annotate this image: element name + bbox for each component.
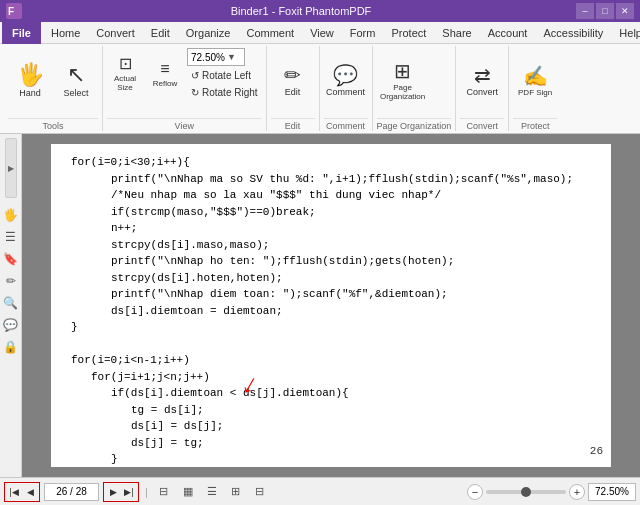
protect-group-label: Protect bbox=[513, 118, 557, 131]
rotate-left-button[interactable]: ↺ Rotate Left bbox=[187, 68, 262, 83]
status-bar: |◀ ◀ ▶ ▶| | ⊟ ▦ ☰ ⊞ ⊟ − + 72.50% bbox=[0, 477, 640, 505]
hand-icon: 🖐 bbox=[17, 64, 44, 86]
window-controls: – □ ✕ bbox=[576, 3, 634, 19]
protect-group: ✍ PDF Sign Protect bbox=[509, 46, 561, 131]
share-menu[interactable]: Share bbox=[434, 22, 479, 44]
help-menu[interactable]: Help bbox=[611, 22, 640, 44]
svg-text:F: F bbox=[8, 6, 14, 17]
pdf-sign-label: PDF Sign bbox=[518, 88, 552, 97]
select-label: Select bbox=[63, 88, 88, 98]
next-page-button[interactable]: ▶ bbox=[105, 484, 121, 500]
convert-icon: ⇄ bbox=[474, 65, 491, 85]
single-page-icon[interactable]: ⊟ bbox=[154, 483, 174, 501]
view-label: View bbox=[107, 118, 262, 131]
view-menu[interactable]: View bbox=[302, 22, 342, 44]
page-org-label: Page Organization bbox=[379, 83, 427, 101]
convert-buttons: ⇄ Convert bbox=[460, 46, 504, 116]
convert-group: ⇄ Convert Convert bbox=[456, 46, 509, 131]
view-buttons: ⊡ Actual Size ≡ Reflow 72.50% ▼ ↺ bbox=[107, 46, 262, 116]
zoom-out-button[interactable]: − bbox=[467, 484, 483, 500]
zoom-col: 72.50% ▼ ↺ Rotate Left ↻ Rotate Right bbox=[187, 48, 262, 100]
code-line-12: for(i=0;i<n-1;i++) bbox=[71, 352, 591, 369]
page-input[interactable] bbox=[44, 483, 99, 501]
select-icon: ↖ bbox=[67, 64, 85, 86]
zoom-slider-thumb[interactable] bbox=[521, 487, 531, 497]
continuous-icon[interactable]: ☰ bbox=[202, 483, 222, 501]
zoom-value: 72.50% bbox=[191, 52, 225, 63]
sidebar-hand-btn[interactable]: 🖐 bbox=[2, 206, 20, 224]
file-menu[interactable]: File bbox=[2, 22, 41, 44]
edit-icon: ✏ bbox=[284, 65, 301, 85]
zoom-slider[interactable] bbox=[486, 490, 566, 494]
edit-group: ✏ Edit Edit bbox=[267, 46, 320, 131]
view-group: ⊡ Actual Size ≡ Reflow 72.50% ▼ ↺ bbox=[103, 46, 267, 131]
sidebar-comment-btn[interactable]: 💬 bbox=[2, 316, 20, 334]
hand-label: Hand bbox=[19, 88, 41, 98]
accessibility-menu[interactable]: Accessibility bbox=[535, 22, 611, 44]
page-org-button[interactable]: ⊞ Page Organization bbox=[377, 50, 429, 112]
prev-page-button[interactable]: ◀ bbox=[22, 484, 38, 500]
zoom-spinner[interactable]: ▼ bbox=[227, 52, 236, 62]
comment-button[interactable]: 💬 Comment bbox=[324, 50, 368, 112]
fit-width-icon[interactable]: ⊞ bbox=[226, 483, 246, 501]
actual-size-label: Actual Size bbox=[109, 74, 141, 92]
rotate-left-icon: ↺ bbox=[191, 70, 199, 81]
code-line-14: if(ds[i].diemtoan < ds[j].diemtoan){ bbox=[71, 385, 591, 402]
tools-label: Tools bbox=[8, 118, 98, 131]
code-line-2: printf("\nNhap ma so SV thu %d: ",i+1);f… bbox=[71, 171, 591, 188]
minimize-button[interactable]: – bbox=[576, 3, 594, 19]
sidebar-search-btn[interactable]: 🔍 bbox=[2, 294, 20, 312]
protect-menu[interactable]: Protect bbox=[383, 22, 434, 44]
thumbnail-icon[interactable]: ⊟ bbox=[250, 483, 270, 501]
hand-button[interactable]: 🖐 Hand bbox=[8, 50, 52, 112]
comment-label: Comment bbox=[326, 87, 365, 97]
actual-size-button[interactable]: ⊡ Actual Size bbox=[107, 49, 143, 99]
rotate-left-label: Rotate Left bbox=[202, 70, 251, 81]
code-line-4: if(strcmp(maso,"$$$")==0)break; bbox=[71, 204, 591, 221]
sidebar-pages-btn[interactable]: ☰ bbox=[2, 228, 20, 246]
actual-size-icon: ⊡ bbox=[119, 56, 132, 72]
code-line-17: ds[j] = tg; bbox=[71, 435, 591, 452]
sidebar-expand[interactable]: ▶ bbox=[5, 138, 17, 198]
reflow-label: Reflow bbox=[153, 79, 177, 88]
code-line-6: strcpy(ds[i].maso,maso); bbox=[71, 237, 591, 254]
rotate-right-button[interactable]: ↻ Rotate Right bbox=[187, 85, 262, 100]
code-line-9: printf("\nNhap diem toan: ");scanf("%f",… bbox=[71, 286, 591, 303]
code-line-11: } bbox=[71, 319, 591, 336]
select-button[interactable]: ↖ Select bbox=[54, 50, 98, 112]
organize-menu[interactable]: Organize bbox=[178, 22, 239, 44]
sidebar-lock-btn[interactable]: 🔒 bbox=[2, 338, 20, 356]
home-menu[interactable]: Home bbox=[43, 22, 88, 44]
edit-button[interactable]: ✏ Edit bbox=[271, 50, 315, 112]
comment-menu[interactable]: Comment bbox=[238, 22, 302, 44]
close-button[interactable]: ✕ bbox=[616, 3, 634, 19]
tools-group: 🖐 Hand ↖ Select Tools bbox=[4, 46, 103, 131]
convert-button[interactable]: ⇄ Convert bbox=[460, 50, 504, 112]
zoom-box: 72.50% ▼ bbox=[187, 48, 245, 66]
maximize-button[interactable]: □ bbox=[596, 3, 614, 19]
code-line-7: printf("\nNhap ho ten: ");fflush(stdin);… bbox=[71, 253, 591, 270]
zoom-in-button[interactable]: + bbox=[569, 484, 585, 500]
sidebar: ▶ 🖐 ☰ 🔖 ✏ 🔍 💬 🔒 bbox=[0, 134, 22, 477]
pdf-sign-button[interactable]: ✍ PDF Sign bbox=[513, 50, 557, 112]
account-menu[interactable]: Account bbox=[480, 22, 536, 44]
sidebar-bookmark-btn[interactable]: 🔖 bbox=[2, 250, 20, 268]
page-org-group-label: Page Organization bbox=[377, 118, 452, 131]
edit-menu[interactable]: Edit bbox=[143, 22, 178, 44]
code-line-15: tg = ds[i]; bbox=[71, 402, 591, 419]
edit-group-label: Edit bbox=[271, 118, 315, 131]
nav-group: |◀ ◀ bbox=[4, 482, 40, 502]
app-icon: F bbox=[6, 3, 22, 19]
first-page-button[interactable]: |◀ bbox=[6, 484, 22, 500]
last-page-button[interactable]: ▶| bbox=[121, 484, 137, 500]
reflow-button[interactable]: ≡ Reflow bbox=[147, 49, 183, 99]
document-area: Thu for(i=0;i<30;i++){ printf("\nNhap ma… bbox=[22, 134, 640, 477]
document-page: Thu for(i=0;i<30;i++){ printf("\nNhap ma… bbox=[51, 144, 611, 467]
form-menu[interactable]: Form bbox=[342, 22, 384, 44]
main-area: ▶ 🖐 ☰ 🔖 ✏ 🔍 💬 🔒 Thu for(i=0;i<30;i++){ p… bbox=[0, 134, 640, 477]
ribbon: 🖐 Hand ↖ Select Tools ⊡ Actual Size ≡ Re… bbox=[0, 44, 640, 134]
convert-menu[interactable]: Convert bbox=[88, 22, 143, 44]
sidebar-annot-btn[interactable]: ✏ bbox=[2, 272, 20, 290]
two-page-icon[interactable]: ▦ bbox=[178, 483, 198, 501]
zoom-percent[interactable]: 72.50% bbox=[588, 483, 636, 501]
